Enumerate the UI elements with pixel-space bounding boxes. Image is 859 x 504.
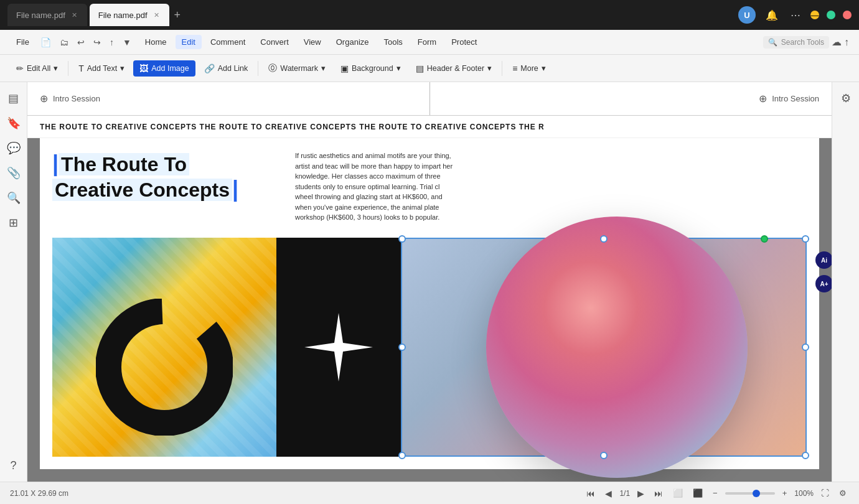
handle-mid-right[interactable] bbox=[802, 343, 809, 351]
dimensions-label: 21.01 X 29.69 cm bbox=[10, 489, 68, 498]
fullscreen-button[interactable]: ⛶ bbox=[819, 486, 832, 500]
handle-green[interactable] bbox=[761, 235, 768, 243]
sphere-gradient bbox=[486, 217, 748, 478]
settings-status-button[interactable]: ⚙ bbox=[837, 486, 849, 500]
tab-active[interactable]: File name.pdf ✕ bbox=[90, 4, 169, 26]
sidebar-search[interactable]: 🔍 bbox=[2, 187, 25, 209]
dropdown-icon[interactable]: ▼ bbox=[120, 35, 134, 50]
share-icon[interactable]: ↑ bbox=[107, 35, 116, 50]
right-sidebar: ⚙ bbox=[832, 82, 859, 482]
menu-tools[interactable]: Tools bbox=[378, 35, 409, 49]
handle-mid-left[interactable] bbox=[398, 343, 406, 351]
running-text-banner: THE ROUTE TO CREATIVE CONCEPTS THE ROUTE… bbox=[27, 116, 832, 138]
edit-all-button[interactable]: ✏ Edit All ▾ bbox=[10, 60, 64, 77]
next-page-button[interactable]: ▶ bbox=[635, 487, 647, 500]
menu-file[interactable]: File bbox=[10, 35, 35, 49]
tab-active-close[interactable]: ✕ bbox=[153, 11, 161, 19]
svg-point-0 bbox=[108, 311, 220, 423]
new-tab-button[interactable]: + bbox=[172, 6, 184, 24]
zoom-out-button[interactable]: − bbox=[710, 486, 720, 500]
left-sidebar: ▤ 🔖 💬 📎 🔍 ⊞ ? bbox=[0, 82, 27, 482]
menu-home[interactable]: Home bbox=[139, 35, 173, 49]
sidebar-bottom: ? bbox=[2, 454, 25, 477]
pdf-page: |The Route To Creative Concepts| If rust… bbox=[40, 138, 819, 469]
menu-convert[interactable]: Convert bbox=[254, 35, 295, 49]
cloud-upload-icon[interactable]: ☁ bbox=[832, 36, 842, 48]
handle-bot-right[interactable] bbox=[802, 452, 809, 459]
sphere-image[interactable]: Ai A+ bbox=[401, 238, 807, 457]
settings-icon[interactable]: ⚙ bbox=[835, 87, 857, 110]
menu-view[interactable]: View bbox=[298, 35, 327, 49]
handle-top-center[interactable] bbox=[600, 235, 608, 243]
add-image-icon: 🖼 bbox=[139, 63, 148, 73]
sidebar-bookmark[interactable]: 🔖 bbox=[2, 112, 25, 134]
status-bar: 21.01 X 29.69 cm ⏮ ◀ 1/1 ▶ ⏭ ⬜ ⬛ − + 100… bbox=[0, 482, 859, 504]
handle-bot-center[interactable] bbox=[600, 452, 608, 459]
marble-image bbox=[52, 238, 276, 457]
header-footer-button[interactable]: ▤ Header & Footer ▾ bbox=[410, 60, 498, 77]
add-image-button[interactable]: 🖼 Add Image bbox=[133, 60, 195, 77]
sidebar-layers[interactable]: ⊞ bbox=[2, 212, 25, 234]
add-text-button[interactable]: T Add Text ▾ bbox=[72, 60, 131, 77]
last-page-button[interactable]: ⏭ bbox=[652, 487, 665, 500]
watermark-button[interactable]: ⓪ Watermark ▾ bbox=[262, 60, 332, 77]
tab-inactive[interactable]: File name.pdf ✕ bbox=[7, 4, 87, 26]
svg-marker-1 bbox=[304, 313, 373, 381]
zoom-slider[interactable] bbox=[725, 492, 775, 495]
menu-organize[interactable]: Organize bbox=[330, 35, 375, 49]
zoom-in-button[interactable]: + bbox=[780, 486, 790, 500]
ai-badge-2[interactable]: A+ bbox=[815, 275, 832, 292]
background-icon: ▣ bbox=[340, 63, 349, 73]
open-icon[interactable]: 🗂 bbox=[57, 35, 71, 50]
prev-page-button[interactable]: ◀ bbox=[603, 487, 614, 500]
redo-icon[interactable]: ↪ bbox=[91, 35, 103, 50]
minimize-button[interactable]: — bbox=[810, 11, 819, 19]
menu-comment[interactable]: Comment bbox=[204, 35, 251, 49]
menu-edit[interactable]: Edit bbox=[176, 35, 202, 49]
menu-form[interactable]: Form bbox=[411, 35, 443, 49]
title-bar: File name.pdf ✕ File name.pdf ✕ + U 🔔 ⋯ … bbox=[0, 0, 859, 30]
menu-protect[interactable]: Protect bbox=[445, 35, 483, 49]
more-button[interactable]: ≡ More ▾ bbox=[506, 60, 552, 77]
header-footer-icon: ▤ bbox=[416, 63, 424, 73]
more-dropdown: ▾ bbox=[542, 63, 546, 73]
body-text: If rustic aesthetics and animal motifs a… bbox=[295, 151, 457, 223]
handle-top-left[interactable] bbox=[398, 235, 406, 243]
undo-icon[interactable]: ↩ bbox=[75, 35, 87, 50]
fit-width-button[interactable]: ⬛ bbox=[690, 486, 705, 500]
title-line-1: |The Route To bbox=[52, 153, 189, 175]
tab-active-label: File name.pdf bbox=[98, 11, 148, 20]
background-button[interactable]: ▣ Background ▾ bbox=[334, 60, 407, 77]
notification-icon[interactable]: 🔔 bbox=[763, 7, 781, 24]
sidebar-thumbnail[interactable]: ▤ bbox=[2, 87, 25, 110]
maximize-button[interactable] bbox=[827, 11, 835, 19]
header-text-right: Intro Session bbox=[772, 94, 819, 103]
search-icon: 🔍 bbox=[768, 38, 777, 47]
title-cursor-end: | bbox=[232, 176, 238, 202]
watermark-icon: ⓪ bbox=[268, 63, 277, 74]
handle-bot-left[interactable] bbox=[398, 452, 406, 459]
search-box[interactable]: 🔍 Search Tools bbox=[763, 36, 829, 49]
header-icon-right: ⊕ bbox=[759, 93, 767, 105]
edit-all-dropdown: ▾ bbox=[54, 63, 58, 73]
page-header-banner: ⊕ Intro Session ⊕ Intro Session bbox=[27, 82, 832, 116]
ai-badge-1[interactable]: Ai bbox=[815, 251, 832, 269]
more-options-icon[interactable]: ⋯ bbox=[788, 7, 803, 24]
save-icon[interactable]: 📄 bbox=[38, 35, 54, 50]
toolbar-separator-3 bbox=[502, 61, 502, 76]
more-icon: ≡ bbox=[512, 63, 517, 73]
sidebar-attachment[interactable]: 📎 bbox=[2, 162, 25, 184]
first-page-button[interactable]: ⏮ bbox=[584, 487, 598, 500]
zoom-slider-thumb[interactable] bbox=[753, 490, 760, 497]
add-link-button[interactable]: 🔗 Add Link bbox=[198, 60, 255, 77]
title-cursor: | bbox=[52, 151, 59, 176]
sidebar-comment[interactable]: 💬 bbox=[2, 137, 25, 159]
file-icons: 📄 🗂 ↩ ↪ ↑ ▼ bbox=[38, 35, 134, 50]
add-link-icon: 🔗 bbox=[204, 63, 215, 73]
upload-icon[interactable]: ↑ bbox=[844, 37, 849, 48]
sidebar-help[interactable]: ? bbox=[2, 454, 25, 477]
tab-inactive-close[interactable]: ✕ bbox=[70, 11, 78, 19]
fit-page-button[interactable]: ⬜ bbox=[670, 486, 685, 500]
close-button[interactable] bbox=[843, 11, 852, 19]
handle-top-right[interactable] bbox=[802, 235, 809, 243]
